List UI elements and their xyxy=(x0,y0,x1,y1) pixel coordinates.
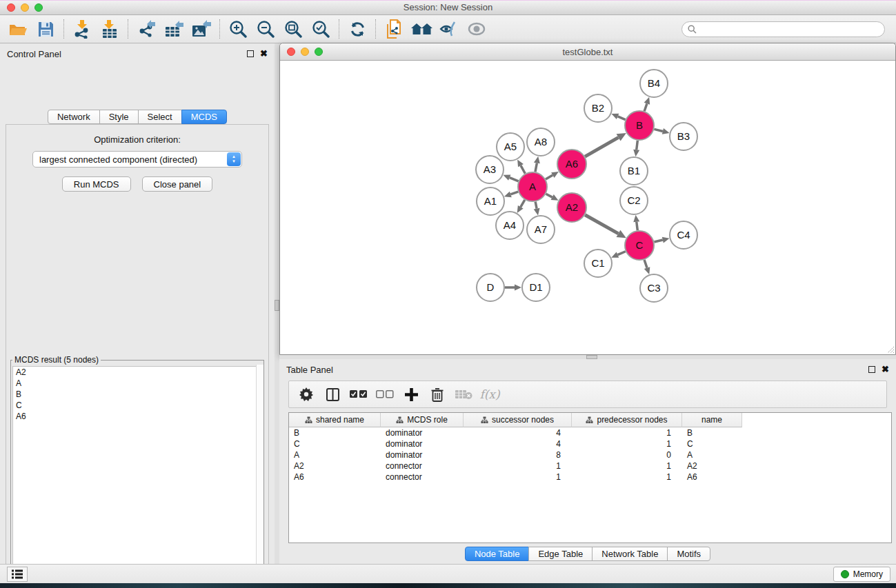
graph-node-A3[interactable]: A3 xyxy=(476,156,504,183)
fx-button[interactable]: f(x) xyxy=(477,383,503,405)
search-field[interactable] xyxy=(681,21,885,37)
float-table-panel-icon[interactable] xyxy=(868,366,875,373)
zoom-selected-button[interactable] xyxy=(307,17,335,41)
graph-edge-A-A2[interactable] xyxy=(546,194,552,197)
save-session-button[interactable] xyxy=(32,17,59,41)
zoom-in-button[interactable] xyxy=(224,17,252,41)
criterion-select[interactable]: largest connected component (directed) ▲… xyxy=(32,151,242,168)
resize-grip-icon[interactable] xyxy=(886,345,895,354)
result-scrollbar[interactable] xyxy=(256,365,263,588)
graph-edge-A-A4[interactable] xyxy=(521,200,525,207)
add-column-button[interactable] xyxy=(398,383,424,405)
delete-column-button[interactable] xyxy=(424,383,450,405)
graph-node-B2[interactable]: B2 xyxy=(584,94,612,122)
vertical-split-divider[interactable] xyxy=(275,43,279,564)
graph-node-A4[interactable]: A4 xyxy=(496,212,524,239)
show-panels-button[interactable] xyxy=(463,17,490,41)
graph-node-D1[interactable]: D1 xyxy=(522,274,550,301)
home-button[interactable] xyxy=(408,17,435,41)
graph-node-B1[interactable]: B1 xyxy=(620,157,648,185)
import-table-button[interactable] xyxy=(96,17,123,41)
graph-edge-A-A5[interactable] xyxy=(521,165,525,174)
graph-node-A7[interactable]: A7 xyxy=(527,216,555,243)
table-row[interactable]: Cdominator41C xyxy=(289,438,891,449)
graph-node-C1[interactable]: C1 xyxy=(584,250,612,277)
open-session-button[interactable] xyxy=(4,17,32,41)
graph-edge-A-A7[interactable] xyxy=(535,202,537,209)
graph-edge-C-C2[interactable] xyxy=(637,222,638,230)
vertical-split-handle[interactable] xyxy=(275,300,279,311)
graph-node-C[interactable]: C xyxy=(625,231,654,260)
export-network-button[interactable] xyxy=(132,17,160,41)
graph-edge-A2-C[interactable] xyxy=(585,215,618,234)
graph-node-A1[interactable]: A1 xyxy=(477,187,504,215)
result-item[interactable]: C xyxy=(13,400,261,411)
tab-style[interactable]: Style xyxy=(99,110,139,124)
result-item[interactable]: B xyxy=(13,389,261,400)
table-row[interactable]: Bdominator41B xyxy=(289,427,891,438)
graph-edge-A-A1[interactable] xyxy=(510,192,518,194)
network-graph[interactable]: AA1A2A3A4A5A6A7A8BB1B2B3B4CC1C2C3C4DD1 xyxy=(280,61,895,354)
graph-edge-B-B1[interactable] xyxy=(637,141,638,150)
hide-panels-button[interactable] xyxy=(435,17,463,41)
graph-node-B4[interactable]: B4 xyxy=(640,70,668,97)
graph-node-B[interactable]: B xyxy=(625,111,654,140)
graph-edge-B-B2[interactable] xyxy=(618,116,626,120)
export-image-button[interactable] xyxy=(188,17,215,41)
graph-node-B3[interactable]: B3 xyxy=(670,123,697,150)
tab-motifs[interactable]: Motifs xyxy=(667,547,710,561)
graph-edge-B-B4[interactable] xyxy=(644,103,647,111)
column-header-successor-nodes[interactable]: successor nodes xyxy=(464,413,572,427)
run-mcds-button[interactable]: Run MCDS xyxy=(62,176,131,192)
graph-edge-C-C1[interactable] xyxy=(617,252,625,255)
network-canvas[interactable]: AA1A2A3A4A5A6A7A8BB1B2B3B4CC1C2C3C4DD1 xyxy=(280,61,895,354)
table-row[interactable]: A6connector11A6 xyxy=(289,472,891,483)
float-panel-icon[interactable] xyxy=(247,50,254,57)
result-item[interactable]: A2 xyxy=(13,367,261,378)
graph-node-A[interactable]: A xyxy=(518,172,547,201)
graph-edge-A-A3[interactable] xyxy=(510,178,519,181)
tab-mcds[interactable]: MCDS xyxy=(181,110,227,124)
delete-table-button[interactable] xyxy=(450,383,477,405)
graph-node-A5[interactable]: A5 xyxy=(497,133,524,161)
network-list-button[interactable] xyxy=(7,567,28,582)
close-panel-icon[interactable]: ✖ xyxy=(260,50,268,57)
zoom-out-button[interactable] xyxy=(252,17,279,41)
graph-edge-C-C3[interactable] xyxy=(644,260,647,268)
tab-node-table[interactable]: Node Table xyxy=(465,547,530,561)
search-input[interactable] xyxy=(700,24,879,34)
tab-network[interactable]: Network xyxy=(48,110,100,124)
import-network-button[interactable] xyxy=(68,17,96,41)
column-header-name[interactable]: name xyxy=(682,413,742,427)
result-item[interactable]: A6 xyxy=(13,411,261,422)
graph-edge-A-A6[interactable] xyxy=(546,175,552,179)
split-panel-button[interactable] xyxy=(319,383,346,405)
graph-edge-A-A8[interactable] xyxy=(535,163,537,172)
graph-node-A8[interactable]: A8 xyxy=(527,128,555,156)
graph-edge-C-C4[interactable] xyxy=(654,240,662,242)
deselect-all-button[interactable] xyxy=(372,383,398,405)
graph-edge-B-B3[interactable] xyxy=(654,129,663,131)
tab-edge-table[interactable]: Edge Table xyxy=(528,547,593,561)
result-item[interactable]: A xyxy=(13,378,261,389)
graph-node-D[interactable]: D xyxy=(477,274,504,301)
close-panel-button[interactable]: Close panel xyxy=(142,176,213,192)
export-table-button[interactable] xyxy=(160,17,188,41)
table-row[interactable]: Adominator80A xyxy=(289,449,891,460)
column-header-shared-name[interactable]: shared name xyxy=(289,413,381,427)
column-header-predecessor-nodes[interactable]: predecessor nodes xyxy=(572,413,682,427)
close-table-panel-icon[interactable]: ✖ xyxy=(882,366,889,373)
graph-node-C4[interactable]: C4 xyxy=(670,221,697,249)
refresh-button[interactable] xyxy=(344,17,371,41)
table-row[interactable]: A2connector11A2 xyxy=(289,460,891,472)
duplicate-network-button[interactable] xyxy=(380,17,408,41)
zoom-fit-button[interactable] xyxy=(279,17,307,41)
select-all-button[interactable] xyxy=(346,383,372,405)
graph-edge-A6-B[interactable] xyxy=(585,137,619,156)
graph-node-A2[interactable]: A2 xyxy=(557,193,586,222)
tab-select[interactable]: Select xyxy=(138,110,182,124)
graph-node-A6[interactable]: A6 xyxy=(557,150,586,179)
graph-node-C3[interactable]: C3 xyxy=(640,274,668,302)
table-settings-button[interactable] xyxy=(293,383,319,405)
memory-button[interactable]: Memory xyxy=(833,567,890,582)
